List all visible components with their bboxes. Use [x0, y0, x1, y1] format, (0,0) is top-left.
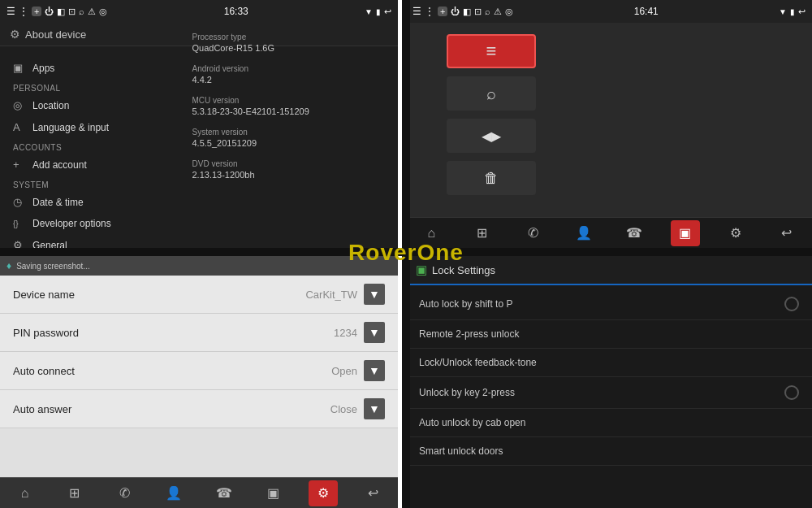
processor-label: Processor type [192, 33, 386, 41]
bottom-right-quadrant: ▣ Lock Settings Auto lock by shift to P … [406, 256, 812, 508]
feedback-label: Lock/Unlock feedback-tone [419, 357, 799, 368]
search-menu-button[interactable]: ⌕ [447, 76, 536, 111]
tr-topbar-right: ▼ ▮ ↩ [779, 7, 806, 17]
settings-gear-icon: ⚙ [10, 28, 20, 41]
detail-android: Android version 4.4.2 [192, 64, 386, 85]
settings-item-general[interactable]: ⚙ General [0, 234, 150, 248]
bt-row-pin: PIN password 1234 ▼ [0, 314, 398, 352]
general-label: General [32, 240, 67, 249]
apps-label: Apps [32, 63, 54, 74]
list-menu-button[interactable]: ≡ [447, 34, 536, 68]
settings-item-location[interactable]: ◎ Location [0, 94, 150, 116]
settings-item-developer[interactable]: {} Developer options [0, 213, 150, 234]
tr-bottom-nav: ⌂ ⊞ ✆ 👤 ☎ ▣ ⚙ ↩ [406, 217, 812, 248]
section-personal: PERSONAL [0, 79, 150, 94]
android-label: Android version [192, 64, 386, 73]
window-icon: ◧ [57, 7, 65, 17]
lock-settings-list: Auto lock by shift to P Remote 2-press u… [406, 285, 812, 469]
tr-power-icon: ⏻ [451, 7, 460, 16]
lock-row-smart: Smart unlock doors [406, 437, 812, 466]
tl-topbar-time: 16:33 [224, 6, 248, 17]
mcu-label: MCU version [192, 96, 386, 105]
bl-call-btn[interactable]: ☎ [209, 480, 239, 506]
lock-row-feedback: Lock/Unlock feedback-tone [406, 349, 812, 377]
tr-menu-icon: ☰ [412, 6, 421, 17]
tr-search-icon: ⌕ [485, 7, 490, 16]
battery-icon: ▮ [376, 7, 381, 16]
bt-row-autoconnect: Auto connect Open ▼ [0, 352, 398, 390]
bl-back-btn[interactable]: ↩ [358, 480, 387, 506]
language-label: Language & input [32, 122, 109, 133]
search-icon-tl: ⌕ [79, 7, 84, 16]
tr-settings-btn[interactable]: ⚙ [721, 220, 750, 246]
tr-contact-btn[interactable]: 👤 [569, 220, 598, 246]
arrows-menu-button[interactable]: ◀▶ [447, 119, 536, 153]
bl-home-btn[interactable]: ⌂ [11, 480, 40, 506]
keypress-toggle[interactable] [784, 385, 799, 400]
autoconnect-dropdown[interactable]: ▼ [364, 360, 385, 381]
lock-header-title: Lock Settings [432, 264, 495, 276]
bl-media-btn[interactable]: ▣ [259, 480, 288, 506]
bl-settings-btn[interactable]: ⚙ [309, 480, 338, 506]
smart-label: Smart unlock doors [419, 445, 799, 457]
bl-topbar-text: Saving screenshot... [16, 262, 90, 271]
mcu-value: 5.3.18-23-30-E42101-151209 [192, 106, 386, 116]
location-icon: ◎ [99, 7, 107, 17]
back-icon-tl: ↩ [384, 7, 391, 17]
bl-phone-btn[interactable]: ✆ [110, 480, 139, 506]
signal-icon: ▼ [365, 7, 373, 16]
tr-media-btn[interactable]: ▣ [671, 220, 700, 246]
settings-item-language[interactable]: A Language & input [0, 116, 150, 138]
device-name-label: Device name [13, 289, 305, 301]
add-account-icon: + [13, 158, 26, 171]
settings-item-date[interactable]: ◷ Date & time [0, 191, 150, 213]
settings-item-add-account[interactable]: + Add account [0, 154, 150, 176]
menu-button-list: ≡ ⌕ ◀▶ 🗑 [406, 23, 812, 206]
settings-title: About device [25, 28, 86, 41]
autoanswer-value: Close [330, 403, 357, 415]
location-label: Location [32, 100, 69, 111]
system-label: System version [192, 128, 386, 137]
tr-window-icon: ◧ [463, 7, 471, 17]
autolock-toggle[interactable] [784, 297, 799, 311]
device-name-dropdown[interactable]: ▼ [364, 284, 385, 305]
tr-home-btn[interactable]: ⌂ [417, 220, 446, 246]
lock-header-icon: ▣ [416, 263, 427, 277]
bl-contact-btn[interactable]: 👤 [159, 480, 188, 506]
autoanswer-dropdown[interactable]: ▼ [364, 398, 385, 419]
system-value: 4.5.5_20151209 [192, 138, 386, 148]
tr-back-btn[interactable]: ↩ [772, 220, 801, 246]
lock-row-remote: Remote 2-press unlock [406, 320, 812, 349]
section-system: SYSTEM [0, 176, 150, 191]
pin-dropdown[interactable]: ▼ [364, 322, 385, 343]
tr-add-icon: + [438, 7, 447, 16]
tr-topbar: ☰ ⋮ + ⏻ ◧ ⊡ ⌕ ⚠ ◎ 16:41 ▼ ▮ ↩ [406, 0, 812, 23]
trash-menu-button[interactable]: 🗑 [447, 161, 536, 195]
tl-topbar: ☰ ⋮ + ⏻ ◧ ⊡ ⌕ ⚠ ◎ 16:33 ▼ ▮ ↩ [0, 0, 398, 23]
android-value: 4.4.2 [192, 75, 386, 85]
horizontal-divider [0, 248, 812, 256]
tr-signal-icon: ▼ [779, 7, 787, 16]
pin-value: 1234 [334, 327, 357, 339]
bl-grid-btn[interactable]: ⊞ [60, 480, 89, 506]
tr-grid-btn[interactable]: ⊞ [468, 220, 497, 246]
tr-browser-icon: ⊡ [474, 7, 482, 17]
tr-warning-icon: ⚠ [494, 7, 502, 17]
settings-item-apps[interactable]: ▣ Apps [0, 57, 150, 79]
pin-label: PIN password [13, 327, 334, 339]
settings-detail-panel: Processor type QuadCore-R15 1.6G Android… [179, 23, 399, 248]
lock-row-autolock: Auto lock by shift to P [406, 289, 812, 320]
remote-label: Remote 2-press unlock [419, 328, 799, 340]
more-icon: ⋮ [19, 6, 28, 17]
autoconnect-label: Auto connect [13, 365, 331, 377]
add-account-label: Add account [32, 159, 87, 171]
tr-call-btn[interactable]: ☎ [620, 220, 649, 246]
bl-bottom-nav: ⌂ ⊞ ✆ 👤 ☎ ▣ ⚙ ↩ [0, 477, 398, 508]
tr-phone-btn[interactable]: ✆ [518, 220, 547, 246]
section-accounts: ACCOUNTS [0, 138, 150, 154]
lock-row-keypress: Unlock by key 2-press [406, 377, 812, 409]
autoanswer-label: Auto answer [13, 403, 330, 415]
add-icon: + [32, 7, 41, 16]
tr-topbar-time: 16:41 [634, 6, 659, 17]
tl-topbar-right: ▼ ▮ ↩ [365, 7, 391, 17]
